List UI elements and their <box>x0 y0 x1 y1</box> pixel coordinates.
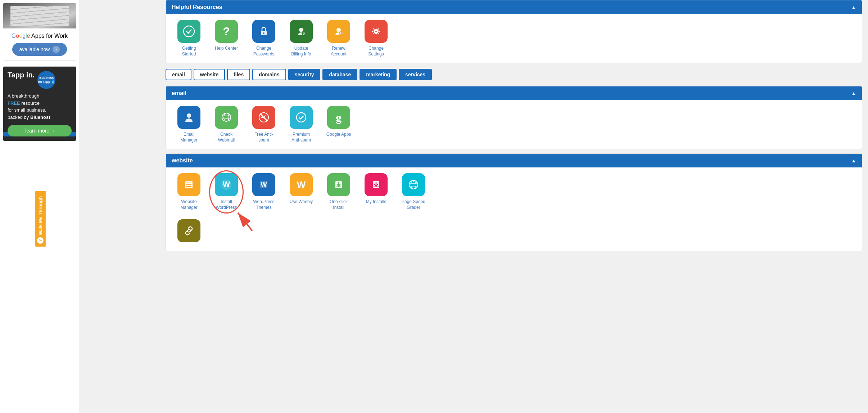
tab-database-label: database <box>329 72 351 77</box>
service-premium-antispam[interactable]: PremiumAnti-spam <box>287 106 316 143</box>
resource-renew-account[interactable]: ↻ RenewAccount <box>324 20 353 57</box>
available-now-button[interactable]: available now › <box>12 43 67 56</box>
svg-line-39 <box>238 213 252 231</box>
renew-account-label: RenewAccount <box>331 46 346 57</box>
one-click-install-icon <box>327 173 350 196</box>
tab-email-label: email <box>172 72 185 77</box>
premium-antispam-icon <box>290 106 313 129</box>
service-install-wordpress[interactable]: W InstallWordPress <box>212 173 241 210</box>
change-passwords-icon <box>252 20 275 43</box>
tab-services-label: services <box>405 72 425 77</box>
google-o-letter: o <box>16 33 19 39</box>
change-settings-icon <box>365 20 388 43</box>
my-installs-label: My Installs <box>366 199 386 205</box>
tab-domains[interactable]: domains <box>252 69 286 80</box>
tab-database[interactable]: database <box>322 69 357 80</box>
website-manager-label: WebsiteManager <box>180 199 197 210</box>
page-speed-grader-label: Page SpeedGrader <box>402 199 425 210</box>
tab-services[interactable]: services <box>399 69 432 80</box>
tab-email[interactable]: email <box>166 69 191 80</box>
tapp-business-badge: Business on Tapp 💧 <box>37 71 55 89</box>
google-g-letter: G <box>12 33 16 39</box>
google-apps-rest: Apps for Work <box>30 33 68 39</box>
email-section-header: email <box>166 86 862 100</box>
resource-change-passwords[interactable]: ChangePasswords <box>249 20 278 57</box>
resource-update-billing[interactable]: $ UpdateBilling Info <box>287 20 316 57</box>
email-manager-label: EmailManager <box>180 132 197 143</box>
change-settings-label: ChangeSettings <box>368 46 384 57</box>
google-apps-title: Google Apps for Work <box>8 33 72 39</box>
resource-change-settings[interactable]: ChangeSettings <box>362 20 390 57</box>
email-manager-icon <box>177 106 200 129</box>
tab-domains-label: domains <box>259 72 280 77</box>
tab-files-label: files <box>234 72 244 77</box>
tab-marketing[interactable]: marketing <box>360 69 397 80</box>
service-google-apps[interactable]: g Google Apps <box>324 106 353 143</box>
side-tab-label: Walk Me Through <box>37 196 43 235</box>
website-second-row <box>166 216 862 251</box>
website-manager-icon <box>177 173 200 196</box>
getting-started-icon <box>177 20 200 43</box>
service-email-manager[interactable]: EmailManager <box>175 106 203 143</box>
service-link-icon[interactable] <box>175 219 203 245</box>
svg-text:W: W <box>261 181 267 188</box>
website-collapse-icon[interactable] <box>851 158 856 163</box>
email-service-grid: EmailManager CheckWebmail Free Anti-spam <box>166 100 862 149</box>
tab-website[interactable]: website <box>194 69 225 80</box>
svg-point-37 <box>415 183 416 184</box>
update-billing-label: UpdateBilling Info <box>291 46 311 57</box>
papers-image <box>3 3 76 28</box>
collapse-icon[interactable] <box>851 4 856 10</box>
learn-more-button[interactable]: learn more › <box>8 125 72 136</box>
one-click-install-label: One-clickInstall <box>330 199 348 210</box>
tapp-free-word: FREE <box>8 100 20 106</box>
email-collapse-icon[interactable] <box>851 90 856 96</box>
use-weebly-icon: W <box>290 173 313 196</box>
tab-security[interactable]: security <box>288 69 321 80</box>
service-one-click-install[interactable]: One-clickInstall <box>324 173 353 210</box>
tapp-line1: A breakthrough <box>8 93 39 99</box>
google-apps-label: Google Apps <box>326 132 351 138</box>
page-speed-grader-icon <box>402 173 425 196</box>
svg-text:$: $ <box>303 31 305 35</box>
service-website-manager[interactable]: WebsiteManager <box>175 173 203 210</box>
install-wordpress-icon: W <box>215 173 238 196</box>
service-my-installs[interactable]: My Installs <box>362 173 390 210</box>
service-page-speed-grader[interactable]: Page SpeedGrader <box>399 173 428 210</box>
getting-started-label: GettingStarted <box>182 46 196 57</box>
service-wordpress-themes[interactable]: W WordPressThemes <box>249 173 278 210</box>
google-e-letter: e <box>27 33 30 39</box>
update-billing-icon: $ <box>290 20 313 43</box>
service-use-weebly[interactable]: W Use Weebly <box>287 173 316 210</box>
tab-security-label: security <box>295 72 314 77</box>
learn-more-label: learn more <box>25 128 49 134</box>
google-g2-letter: g <box>22 33 26 39</box>
walk-me-through-tab[interactable]: ? Walk Me Through <box>35 191 46 247</box>
website-section-header: website <box>166 154 862 167</box>
resource-help-center[interactable]: ? Help Center <box>212 20 241 57</box>
service-check-webmail[interactable]: CheckWebmail <box>212 106 241 143</box>
svg-text:↻: ↻ <box>340 31 343 35</box>
tab-files[interactable]: files <box>227 69 250 80</box>
help-center-label: Help Center <box>215 46 238 51</box>
question-mark-icon: ? <box>37 237 44 244</box>
available-now-label: available now <box>19 46 50 52</box>
red-arrow-container <box>231 206 259 236</box>
red-arrow-svg <box>231 206 259 234</box>
tapp-bluehost-brand: Bluehost <box>30 115 50 120</box>
tapp-line3: for small business. <box>8 107 46 113</box>
service-free-antispam[interactable]: Free Anti-spam <box>249 106 278 143</box>
resource-getting-started[interactable]: GettingStarted <box>175 20 203 57</box>
wordpress-themes-icon: W <box>252 173 275 196</box>
nav-tabs: email website files domains security dat… <box>166 69 862 80</box>
learn-more-arrow: › <box>52 128 54 134</box>
my-installs-icon <box>365 173 388 196</box>
svg-text:W: W <box>223 180 230 189</box>
use-weebly-label: Use Weebly <box>290 199 313 205</box>
tapp-line2: resource <box>20 100 40 106</box>
helpful-resources-title: Helpful Resources <box>172 4 222 10</box>
link-icon <box>177 219 200 242</box>
check-webmail-label: CheckWebmail <box>218 132 235 143</box>
free-antispam-icon <box>252 106 275 129</box>
email-section-title: email <box>172 90 186 96</box>
